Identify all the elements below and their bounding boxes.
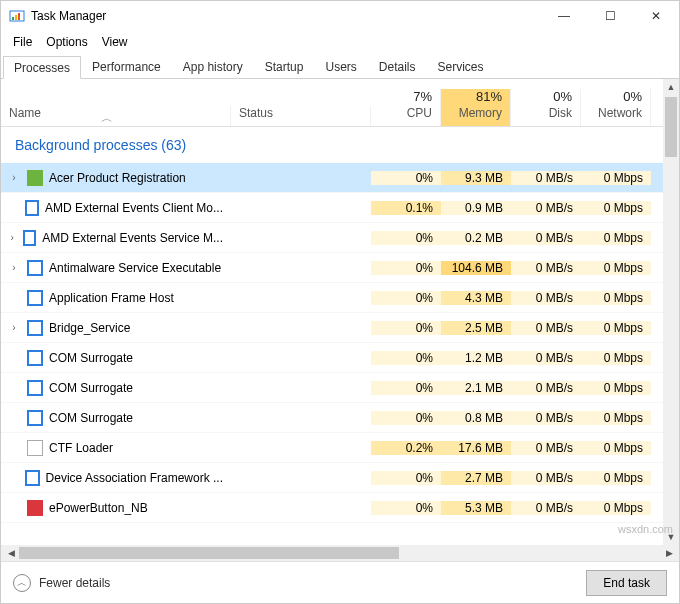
expand-icon[interactable]: › — [7, 172, 21, 183]
col-memory-label: Memory — [459, 106, 502, 120]
scroll-up-icon[interactable]: ▲ — [663, 79, 679, 95]
cell-network: 0 Mbps — [581, 261, 651, 275]
task-manager-window: Task Manager ― ☐ ✕ File Options View Pro… — [0, 0, 680, 604]
cell-memory: 2.1 MB — [441, 381, 511, 395]
col-name[interactable]: ︿ Name — [1, 106, 231, 126]
horizontal-scrollbar[interactable]: ◀ ▶ — [1, 545, 679, 561]
process-name: AMD External Events Client Mo... — [45, 201, 223, 215]
process-name: Application Frame Host — [49, 291, 174, 305]
process-icon — [27, 500, 43, 516]
process-icon — [27, 380, 43, 396]
hscroll-thumb[interactable] — [19, 547, 399, 559]
end-task-button[interactable]: End task — [586, 570, 667, 596]
cell-network: 0 Mbps — [581, 501, 651, 515]
tab-startup[interactable]: Startup — [254, 55, 315, 78]
cell-cpu: 0% — [371, 231, 441, 245]
cell-network: 0 Mbps — [581, 411, 651, 425]
process-icon — [27, 350, 43, 366]
table-row[interactable]: ePowerButton_NB0%5.3 MB0 MB/s0 Mbps — [1, 493, 663, 523]
table-row[interactable]: ›Antimalware Service Executable0%104.6 M… — [1, 253, 663, 283]
cell-disk: 0 MB/s — [511, 351, 581, 365]
cell-name: CTF Loader — [1, 440, 231, 456]
scroll-right-icon[interactable]: ▶ — [661, 548, 677, 558]
menu-file[interactable]: File — [7, 33, 38, 51]
process-name: Device Association Framework ... — [46, 471, 223, 485]
process-icon — [27, 320, 43, 336]
fewer-details-button[interactable]: ︿ Fewer details — [13, 574, 110, 592]
tab-services[interactable]: Services — [427, 55, 495, 78]
cell-memory: 5.3 MB — [441, 501, 511, 515]
table-row[interactable]: Device Association Framework ...0%2.7 MB… — [1, 463, 663, 493]
tab-details[interactable]: Details — [368, 55, 427, 78]
cell-disk: 0 MB/s — [511, 231, 581, 245]
cell-memory: 0.2 MB — [441, 231, 511, 245]
cell-cpu: 0% — [371, 381, 441, 395]
watermark: wsxdn.com — [618, 523, 673, 535]
table-row[interactable]: COM Surrogate0%2.1 MB0 MB/s0 Mbps — [1, 373, 663, 403]
fewer-details-label: Fewer details — [39, 576, 110, 590]
cell-network: 0 Mbps — [581, 381, 651, 395]
process-icon — [27, 440, 43, 456]
menu-options[interactable]: Options — [40, 33, 93, 51]
footer: ︿ Fewer details End task — [1, 561, 679, 603]
svg-rect-2 — [15, 15, 17, 20]
cell-name: Device Association Framework ... — [1, 470, 231, 486]
cell-memory: 4.3 MB — [441, 291, 511, 305]
col-network[interactable]: 0% Network — [581, 89, 651, 126]
table-row[interactable]: ›Acer Product Registration0%9.3 MB0 MB/s… — [1, 163, 663, 193]
table-row[interactable]: CTF Loader0.2%17.6 MB0 MB/s0 Mbps — [1, 433, 663, 463]
cell-network: 0 Mbps — [581, 471, 651, 485]
scroll-thumb[interactable] — [665, 97, 677, 157]
col-status-label: Status — [239, 106, 273, 120]
col-memory[interactable]: 81% Memory — [441, 89, 511, 126]
tab-users[interactable]: Users — [314, 55, 367, 78]
process-name: Acer Product Registration — [49, 171, 186, 185]
table-row[interactable]: Application Frame Host0%4.3 MB0 MB/s0 Mb… — [1, 283, 663, 313]
tab-app-history[interactable]: App history — [172, 55, 254, 78]
table-row[interactable]: ›Bridge_Service0%2.5 MB0 MB/s0 Mbps — [1, 313, 663, 343]
cell-name: ›Bridge_Service — [1, 320, 231, 336]
svg-rect-1 — [12, 17, 14, 20]
table-header: ︿ Name Status 7% CPU 81% Memory 0% Disk — [1, 79, 663, 127]
cell-name: COM Surrogate — [1, 350, 231, 366]
expand-icon[interactable]: › — [7, 322, 21, 333]
process-table: ︿ Name Status 7% CPU 81% Memory 0% Disk — [1, 79, 679, 545]
expand-icon[interactable]: › — [7, 262, 21, 273]
col-cpu[interactable]: 7% CPU — [371, 89, 441, 126]
sort-indicator-icon: ︿ — [101, 110, 113, 127]
scroll-left-icon[interactable]: ◀ — [3, 548, 19, 558]
cell-cpu: 0% — [371, 471, 441, 485]
tab-performance[interactable]: Performance — [81, 55, 172, 78]
cell-disk: 0 MB/s — [511, 381, 581, 395]
tab-processes[interactable]: Processes — [3, 56, 81, 79]
table-row[interactable]: COM Surrogate0%1.2 MB0 MB/s0 Mbps — [1, 343, 663, 373]
process-icon — [23, 230, 36, 246]
cell-memory: 9.3 MB — [441, 171, 511, 185]
menu-view[interactable]: View — [96, 33, 134, 51]
cell-network: 0 Mbps — [581, 351, 651, 365]
cell-cpu: 0.2% — [371, 441, 441, 455]
net-pct: 0% — [623, 89, 642, 104]
process-icon — [27, 260, 43, 276]
cell-network: 0 Mbps — [581, 231, 651, 245]
cell-disk: 0 MB/s — [511, 201, 581, 215]
col-disk[interactable]: 0% Disk — [511, 89, 581, 126]
table-row[interactable]: AMD External Events Client Mo...0.1%0.9 … — [1, 193, 663, 223]
process-icon — [27, 290, 43, 306]
table-body: Background processes (63) ›Acer Product … — [1, 127, 663, 545]
process-icon — [27, 410, 43, 426]
minimize-button[interactable]: ― — [541, 1, 587, 31]
group-header[interactable]: Background processes (63) — [1, 127, 663, 163]
titlebar: Task Manager ― ☐ ✕ — [1, 1, 679, 31]
close-button[interactable]: ✕ — [633, 1, 679, 31]
col-status[interactable]: Status — [231, 106, 371, 126]
cell-cpu: 0.1% — [371, 201, 441, 215]
maximize-button[interactable]: ☐ — [587, 1, 633, 31]
cell-cpu: 0% — [371, 411, 441, 425]
process-name: COM Surrogate — [49, 381, 133, 395]
expand-icon[interactable]: › — [7, 232, 17, 243]
table-row[interactable]: ›AMD External Events Service M...0%0.2 M… — [1, 223, 663, 253]
cell-name: COM Surrogate — [1, 380, 231, 396]
vertical-scrollbar[interactable]: ▲ ▼ — [663, 79, 679, 545]
table-row[interactable]: COM Surrogate0%0.8 MB0 MB/s0 Mbps — [1, 403, 663, 433]
